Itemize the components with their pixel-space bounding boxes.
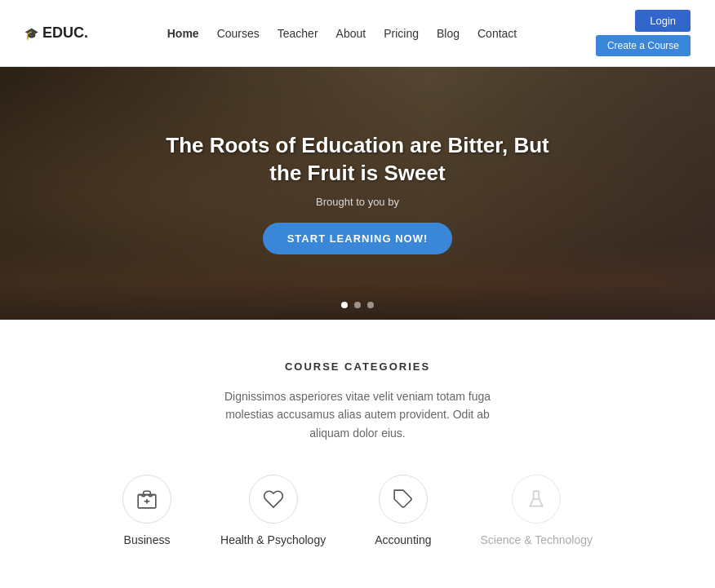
science-icon-wrap [512, 475, 561, 524]
login-button[interactable]: Login [635, 10, 691, 32]
hero-subtitle: Brought to you by [316, 196, 399, 208]
nav-link-blog[interactable]: Blog [437, 27, 460, 40]
nav-item-pricing[interactable]: Pricing [384, 26, 419, 41]
heart-icon [263, 489, 284, 510]
hero-content: The Roots of Education are Bitter, But t… [0, 67, 715, 320]
nav-item-courses[interactable]: Courses [217, 26, 260, 41]
logo-text: EDUC. [42, 24, 88, 42]
category-science-technology[interactable]: Science & Technology [480, 475, 593, 546]
store-icon [136, 489, 158, 510]
nav-link-courses[interactable]: Courses [217, 27, 260, 40]
science-label: Science & Technology [480, 533, 593, 546]
create-course-button[interactable]: Create a Course [596, 35, 691, 56]
hero-section: The Roots of Education are Bitter, But t… [0, 67, 715, 320]
nav-buttons: Login Create a Course [596, 10, 691, 56]
nav-link-contact[interactable]: Contact [477, 27, 517, 40]
nav-link-home[interactable]: Home [167, 27, 199, 40]
nav-item-about[interactable]: About [336, 26, 366, 41]
category-accounting[interactable]: Accounting [375, 475, 431, 546]
nav-link-teacher[interactable]: Teacher [278, 27, 318, 40]
health-icon-wrap [249, 475, 298, 524]
categories-grid: Business Health & Psychology Accounting [24, 475, 691, 546]
business-icon-wrap [122, 475, 171, 524]
navbar: 🎓 EDUC. Home Courses Teacher About Prici… [0, 0, 715, 67]
health-label: Health & Psychology [220, 533, 326, 546]
business-label: Business [124, 533, 171, 546]
accounting-icon-wrap [379, 475, 428, 524]
nav-item-home[interactable]: Home [167, 26, 199, 41]
dot-1[interactable] [341, 302, 348, 308]
dot-3[interactable] [367, 302, 374, 308]
section-description: Dignissimos asperiores vitae velit venia… [219, 387, 496, 442]
dot-2[interactable] [354, 302, 361, 308]
tag-icon [393, 489, 414, 510]
start-learning-button[interactable]: START LEARNING NOW! [263, 223, 453, 254]
category-health-psychology[interactable]: Health & Psychology [220, 475, 326, 546]
logo[interactable]: 🎓 EDUC. [24, 24, 88, 42]
accounting-label: Accounting [375, 533, 431, 546]
category-business[interactable]: Business [122, 475, 171, 546]
categories-section: COURSE CATEGORIES Dignissimos asperiores… [0, 320, 715, 579]
nav-link-about[interactable]: About [336, 27, 366, 40]
flask-icon [526, 489, 547, 510]
hero-title: The Roots of Education are Bitter, But t… [162, 132, 553, 188]
hero-dots [341, 302, 374, 308]
logo-icon: 🎓 [24, 27, 38, 40]
section-label: COURSE CATEGORIES [24, 360, 691, 373]
nav-item-blog[interactable]: Blog [437, 26, 460, 41]
nav-item-teacher[interactable]: Teacher [278, 26, 318, 41]
nav-links: Home Courses Teacher About Pricing Blog … [167, 26, 517, 41]
nav-item-contact[interactable]: Contact [477, 26, 517, 41]
nav-link-pricing[interactable]: Pricing [384, 27, 419, 40]
